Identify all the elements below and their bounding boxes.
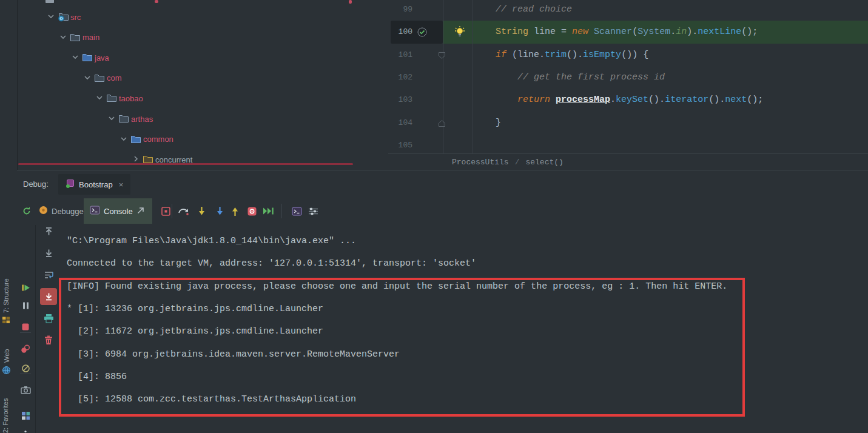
debug-toolbar: DebuggerConsole [17, 198, 868, 224]
view-breakpoints-icon[interactable] [19, 342, 32, 355]
editor-line: 103 return processMap.keySet().iterator(… [388, 89, 868, 111]
chevron-down-icon[interactable] [47, 13, 56, 21]
chevron-down-icon[interactable] [84, 74, 92, 82]
step-out-icon[interactable] [227, 203, 243, 219]
arrow-down-bar-icon[interactable] [40, 244, 57, 261]
tree-item-label: common [143, 135, 173, 144]
tree-item-common[interactable]: common [17, 130, 388, 149]
chevron-down-icon[interactable] [120, 135, 129, 144]
source-root-folder-icon [58, 12, 69, 21]
console-line: [2]: 11672 org.jetbrains.jps.cmdline.Lau… [67, 320, 323, 343]
debugger-tab-icon [39, 206, 48, 216]
mute-breakpoints-icon[interactable] [19, 361, 32, 375]
chevron-down-icon[interactable] [59, 33, 68, 42]
line-number[interactable]: 99 [388, 0, 412, 21]
line-number[interactable]: 105 [388, 134, 412, 156]
tree-item-java[interactable]: java [17, 48, 388, 67]
tab-label: Console [104, 207, 133, 216]
console-line: * [1]: 13236 org.jetbrains.jps.cmdline.L… [67, 298, 323, 320]
console-line: [3]: 6984 org.jetbrains.idea.maven.serve… [67, 343, 400, 366]
debug-console-icon[interactable] [289, 203, 304, 219]
layout-grid-icon[interactable] [19, 409, 32, 422]
arrow-up-bar-icon[interactable] [40, 223, 57, 240]
code-line-text: return processMap.keySet().iterator().ne… [452, 89, 763, 111]
tab-console[interactable]: Console [84, 198, 152, 224]
toolbar-separator [20, 374, 31, 374]
line-number[interactable]: 102 [388, 66, 412, 89]
console-line: Connected to the target VM, address: '12… [67, 252, 476, 275]
folder-icon [70, 33, 81, 42]
drop-frame-icon[interactable] [244, 203, 260, 219]
code-line-text: // get the first process id [452, 66, 665, 89]
toolwindow-button-label: 2: Favorites [2, 398, 9, 433]
folder-yellow-icon [143, 155, 153, 164]
folder-icon [106, 93, 117, 102]
line-number[interactable]: 104 [388, 112, 412, 134]
close-icon[interactable]: × [119, 180, 124, 189]
debug-session-tab[interactable]: Bootstrap × [58, 174, 130, 195]
step-over-icon[interactable] [175, 203, 191, 219]
breadcrumb-method[interactable]: select() [525, 158, 563, 167]
tree-item-arthas[interactable]: arthas [17, 109, 388, 129]
clipped-row-fragment [45, 0, 54, 3]
tree-item-main[interactable]: main [17, 28, 388, 47]
clear-console-icon[interactable] [40, 332, 57, 349]
external-link-icon[interactable] [136, 206, 145, 216]
more-vertical-icon[interactable] [19, 428, 32, 433]
breadcrumb-separator: / [515, 158, 520, 167]
line-number[interactable]: 103 [388, 89, 412, 111]
debug-panel: Debug: Bootstrap × DebuggerConsole "C:\P… [17, 170, 868, 433]
toolwindow-button-web[interactable]: Web [2, 335, 11, 375]
step-into-icon[interactable] [193, 203, 209, 219]
tree-item-concurrent[interactable]: concurrent [17, 150, 388, 169]
breakpoint-check-icon[interactable] [417, 27, 427, 39]
tab-label: Debugger [52, 207, 86, 216]
camera-icon[interactable] [19, 383, 32, 397]
project-tree[interactable]: srcmainjavacomtaobaoarthascommonconcurre… [17, 0, 388, 170]
settings-sliders-icon[interactable] [305, 203, 321, 219]
force-step-into-icon[interactable] [212, 203, 227, 219]
chevron-down-icon[interactable] [108, 115, 116, 123]
toolbar-separator [172, 204, 172, 218]
editor-line: 105 [388, 134, 868, 156]
toolwindow-button-label: 7: Structure [2, 278, 10, 313]
console-output[interactable]: "C:\Program Files\Java\jdk1.8.0_144\bin\… [67, 230, 868, 433]
ide-window: 7: StructureWeb2: Favorites srcmainjavac… [0, 0, 868, 433]
run-to-cursor-icon[interactable] [260, 203, 276, 219]
code-line-text: if (line.trim().isEmpty()) { [452, 44, 648, 66]
fold-start-icon[interactable] [438, 51, 446, 62]
soft-wrap-icon[interactable] [40, 266, 57, 283]
fold-end-icon[interactable] [438, 119, 446, 130]
toolwindow-button-structure[interactable]: 7: Structure [2, 256, 10, 324]
editor-line: 100 String line = new Scanner(System.in)… [388, 21, 868, 43]
editor-line: 104 } [388, 112, 868, 134]
resume-icon[interactable] [19, 281, 32, 294]
console-tab-icon [90, 206, 100, 216]
code-line-text: // read choice [452, 0, 572, 21]
debug-panel-title: Debug: [23, 174, 49, 195]
editor-line: 99 // read choice [388, 0, 868, 21]
tree-item-label: taobao [119, 94, 143, 103]
debug-side-toolbar [17, 225, 36, 433]
code-line-text: } [452, 112, 501, 134]
line-number[interactable]: 101 [388, 44, 412, 66]
chevron-down-icon[interactable] [72, 53, 80, 62]
breadcrumb-class[interactable]: ProcessUtils [452, 158, 509, 167]
tree-item-label: arthas [131, 115, 153, 124]
tree-item-taobao[interactable]: taobao [17, 89, 388, 108]
tree-item-label: src [70, 13, 81, 22]
chevron-down-icon[interactable] [96, 94, 104, 102]
editor-line: 101 if (line.trim().isEmpty()) { [388, 44, 868, 66]
tree-item-src[interactable]: src [17, 7, 388, 27]
toolwindow-button-favorites[interactable]: 2: Favorites [2, 380, 9, 433]
line-number[interactable]: 100 [388, 21, 412, 43]
toolwindow-button-label: Web [3, 349, 10, 363]
toolwindow-bar-left: 7: StructureWeb2: Favorites [0, 0, 18, 433]
stop-icon[interactable] [19, 320, 32, 334]
tree-item-com[interactable]: com [17, 69, 388, 88]
code-editor[interactable]: ProcessUtils / select() 99 // read choic… [388, 0, 868, 170]
print-icon[interactable] [40, 310, 57, 327]
pause-icon[interactable] [19, 299, 32, 312]
folder-icon [118, 114, 129, 123]
scroll-to-end-icon[interactable] [40, 288, 57, 305]
